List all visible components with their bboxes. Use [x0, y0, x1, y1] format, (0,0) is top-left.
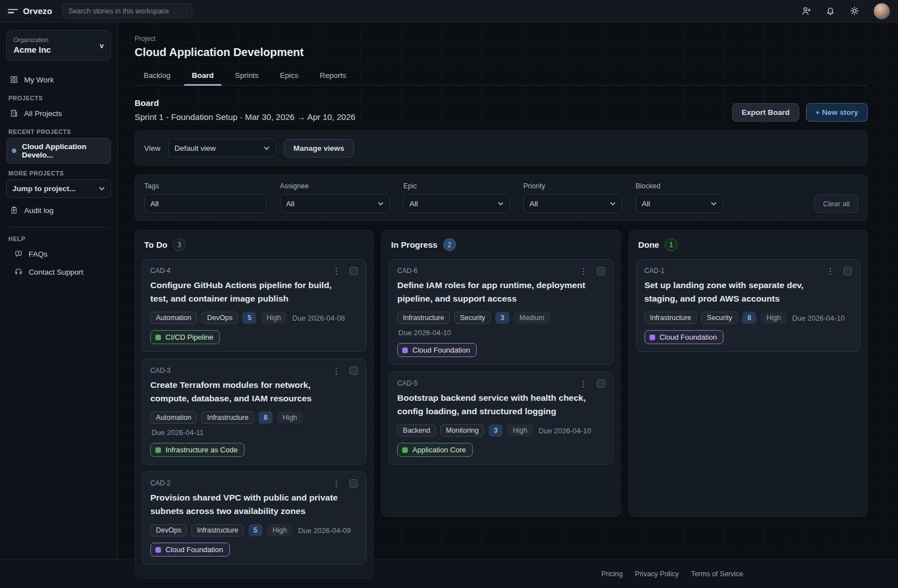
story-id: CAD-2	[150, 478, 171, 487]
card-checkbox[interactable]	[349, 367, 358, 375]
tab-sprints[interactable]: Sprints	[234, 68, 260, 85]
card-checkbox[interactable]	[844, 267, 852, 275]
assignee-filter-select[interactable]: All	[280, 194, 390, 213]
column-todo: To Do 3 CAD-4 ⋮ Configure GitHub Actions…	[135, 230, 374, 578]
story-card[interactable]: CAD-5 ⋮ Bootstrap backend service with h…	[389, 372, 613, 465]
tag-chip: Automation	[150, 312, 197, 324]
story-id: CAD-6	[397, 266, 417, 275]
tab-reports[interactable]: Reports	[319, 68, 347, 85]
epic-filter-select[interactable]: All	[403, 194, 510, 213]
logo-icon	[8, 9, 18, 13]
search-input[interactable]	[62, 3, 192, 18]
due-date: Due 2026-04-10	[398, 328, 451, 337]
add-user-icon[interactable]	[801, 6, 812, 16]
priority-chip: High	[507, 424, 533, 437]
tag-chip: DevOps	[150, 524, 187, 536]
filter-label-assignee: Assignee	[280, 182, 390, 190]
chevron-down-icon	[99, 186, 105, 192]
sidebar-item-my-work[interactable]: My Work	[6, 71, 111, 89]
project-tabs: Backlog Board Sprints Epics Reports	[135, 68, 868, 86]
epic-dot-icon	[155, 547, 161, 553]
epic-filter-value: All	[409, 200, 418, 208]
tag-chip: Infrastructure	[191, 524, 244, 536]
card-checkbox[interactable]	[597, 267, 605, 275]
card-checkbox[interactable]	[597, 379, 605, 388]
sidebar-item-audit-log[interactable]: Audit log	[6, 201, 111, 219]
priority-filter-select[interactable]: All	[523, 194, 622, 213]
priority-chip: High	[277, 411, 303, 424]
story-title: Provision shared VPC with public and pri…	[150, 491, 341, 518]
card-menu-icon[interactable]: ⋮	[825, 266, 836, 276]
filter-label-priority: Priority	[523, 182, 622, 190]
column-title: Done	[638, 240, 660, 249]
kanban-board: To Do 3 CAD-4 ⋮ Configure GitHub Actions…	[135, 230, 868, 578]
epic-name: Cloud Foundation	[660, 333, 717, 341]
tag-chip: Infrastructure	[201, 411, 254, 424]
chevron-down-icon	[377, 201, 384, 207]
theme-sun-icon[interactable]	[849, 6, 860, 16]
points-chip: 5	[248, 524, 263, 536]
chevron-down-icon	[498, 201, 504, 207]
assignee-filter-value: All	[286, 200, 294, 208]
clear-all-button[interactable]: Clear all	[814, 195, 858, 213]
view-select[interactable]: Default view	[168, 138, 276, 158]
card-menu-icon[interactable]: ⋮	[331, 266, 342, 276]
sidebar-section-recent: RECENT PROJECTS	[8, 128, 109, 135]
headset-icon	[14, 267, 23, 276]
sidebar-item-contact-support[interactable]: Contact Support	[6, 263, 111, 281]
tag-chip: DevOps	[201, 312, 238, 324]
sidebar-item-label: Contact Support	[29, 268, 84, 276]
due-date: Due 2026-04-10	[792, 314, 845, 322]
tags-filter-input[interactable]	[144, 194, 266, 213]
sidebar-item-current-project[interactable]: Cloud Application Develo...	[6, 138, 111, 164]
sprint-summary: Sprint 1 - Foundation Setup · Mar 30, 20…	[135, 112, 356, 122]
tab-epics[interactable]: Epics	[279, 68, 300, 85]
user-avatar[interactable]	[873, 3, 890, 20]
story-card[interactable]: CAD-6 ⋮ Define IAM roles for app runtime…	[389, 259, 613, 365]
logo-text: Orvezo	[23, 6, 52, 16]
sidebar-item-label: My Work	[24, 76, 54, 84]
card-menu-icon[interactable]: ⋮	[578, 266, 589, 276]
tab-backlog[interactable]: Backlog	[142, 68, 172, 85]
board-heading: Board	[135, 98, 356, 108]
story-card[interactable]: CAD-1 ⋮ Set up landing zone with separat…	[636, 259, 860, 352]
notifications-bell-icon[interactable]	[825, 6, 836, 16]
filter-label-epic: Epic	[403, 182, 510, 190]
export-board-button[interactable]: Export Board	[732, 103, 799, 122]
sidebar-item-all-projects[interactable]: All Projects	[6, 104, 111, 122]
column-count-badge: 1	[665, 238, 678, 251]
org-switcher[interactable]: Organization Acme Inc v	[6, 30, 111, 61]
epic-name: Application Core	[412, 446, 466, 454]
card-menu-icon[interactable]: ⋮	[331, 365, 342, 376]
card-checkbox[interactable]	[349, 479, 358, 488]
view-select-value: Default view	[174, 144, 216, 152]
sidebar-section-projects: PROJECTS	[8, 95, 109, 101]
column-title: In Progress	[391, 240, 438, 249]
story-card[interactable]: CAD-4 ⋮ Configure GitHub Actions pipelin…	[142, 259, 366, 352]
points-chip: 8	[742, 312, 756, 324]
chevron-down-icon	[610, 201, 616, 207]
epic-name: CI/CD Pipeline	[165, 333, 213, 341]
blocked-filter-select[interactable]: All	[635, 194, 723, 213]
story-card[interactable]: CAD-2 ⋮ Provision shared VPC with public…	[142, 471, 366, 564]
card-menu-icon[interactable]: ⋮	[331, 478, 342, 489]
card-menu-icon[interactable]: ⋮	[578, 378, 589, 389]
org-label: Organization	[13, 36, 100, 43]
story-card[interactable]: CAD-3 ⋮ Create Terraform modules for net…	[142, 359, 366, 465]
manage-views-button[interactable]: Manage views	[284, 139, 354, 158]
filter-label-blocked: Blocked	[635, 182, 723, 190]
org-chevron-icon: v	[100, 41, 104, 50]
app-logo[interactable]: Orvezo	[8, 6, 52, 16]
grid-icon	[10, 75, 19, 84]
tag-chip: Monitoring	[440, 424, 484, 437]
jump-to-project-select[interactable]: Jump to project...	[6, 179, 111, 198]
card-checkbox[interactable]	[349, 267, 358, 275]
priority-chip: Medium	[514, 312, 550, 324]
column-count-badge: 2	[443, 238, 456, 251]
new-story-button[interactable]: + New story	[806, 103, 868, 122]
chevron-down-icon	[264, 145, 270, 151]
page-title: Cloud Application Development	[135, 46, 868, 59]
sidebar-item-faqs[interactable]: FAQs	[6, 245, 111, 263]
tab-board[interactable]: Board	[191, 68, 215, 85]
view-controls-panel: View Default view Manage views	[135, 131, 868, 165]
